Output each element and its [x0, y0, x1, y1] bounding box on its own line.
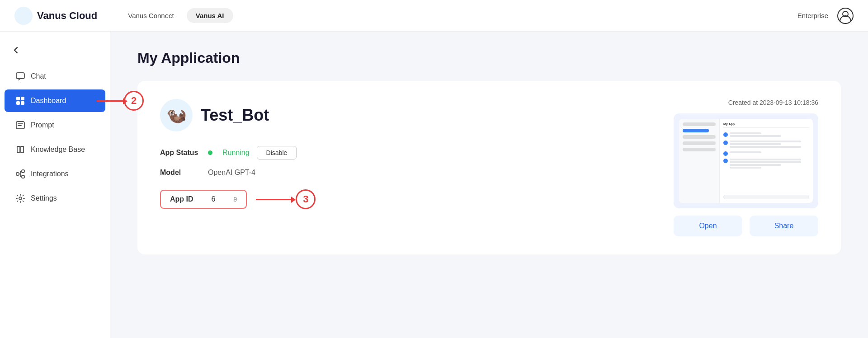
preview-text-4 [730, 159, 809, 169]
sidebar-item-prompt[interactable]: Prompt [5, 114, 105, 136]
svg-rect-6 [21, 97, 24, 100]
share-button[interactable]: Share [750, 216, 818, 236]
nav-right: Enterprise [797, 8, 854, 24]
annotation-3-arrow: 3 [256, 189, 316, 209]
enterprise-label: Enterprise [797, 12, 828, 19]
preview-bubble-2 [723, 141, 809, 149]
logo-area[interactable]: 🦦 Vanus Cloud [14, 7, 97, 25]
user-icon[interactable] [837, 8, 854, 24]
model-label: Model [160, 169, 201, 177]
app-name: Test_Bot [201, 106, 269, 125]
sidebar: Chat Dashboard 2 Prompt [0, 32, 110, 338]
preview-text-2 [730, 141, 809, 149]
preview-avatar-4 [723, 159, 728, 163]
app-id-row: App ID 6 9 3 [160, 186, 646, 209]
annotation-circle-3: 3 [296, 189, 316, 209]
appid-container: App ID 6 9 3 [160, 189, 316, 209]
app-avatar: 🦦 [160, 99, 193, 131]
sidebar-label-prompt: Prompt [31, 121, 54, 129]
preview-sidebar [679, 119, 720, 203]
top-navigation: 🦦 Vanus Cloud Vanus Connect Vanus AI Ent… [0, 0, 868, 32]
sidebar-item-settings[interactable]: Settings [5, 187, 105, 210]
logo-text: Vanus Cloud [37, 10, 97, 22]
preview-sidebar-item-1 [683, 122, 716, 126]
model-value: OpenAI GPT-4 [208, 169, 255, 177]
open-button[interactable]: Open [674, 216, 742, 236]
preview-input-bar [723, 195, 809, 199]
nav-links: Vanus Connect Vanus AI [119, 8, 233, 23]
sidebar-label-knowledge-base: Knowledge Base [31, 146, 85, 154]
svg-rect-4 [16, 73, 24, 79]
appid-box: App ID 6 9 [160, 190, 247, 209]
integrations-icon [15, 169, 25, 179]
preview-inner: My App [679, 119, 813, 203]
sidebar-item-knowledge-base[interactable]: Knowledge Base [5, 138, 105, 161]
preview-avatar-1 [723, 132, 728, 137]
preview-text-3 [730, 151, 809, 154]
settings-icon [15, 193, 25, 203]
preview-bubble-3 [723, 151, 809, 156]
main-layout: Chat Dashboard 2 Prompt [0, 32, 868, 338]
sidebar-item-dashboard[interactable]: Dashboard 2 [5, 89, 105, 112]
svg-rect-9 [16, 122, 24, 129]
back-button[interactable] [0, 41, 110, 64]
svg-rect-8 [21, 101, 24, 105]
status-label: App Status [160, 149, 201, 157]
sidebar-label-integrations: Integrations [31, 170, 69, 178]
svg-rect-10 [16, 173, 19, 175]
main-content: My Application 🦦 Test_Bot App Status Run… [110, 32, 868, 338]
svg-rect-12 [22, 175, 24, 178]
logo-icon: 🦦 [14, 7, 33, 25]
dashboard-annotation-arrow: 2 [97, 91, 144, 111]
svg-rect-7 [16, 101, 20, 105]
app-preview-thumbnail: My App [674, 113, 818, 208]
sidebar-label-settings: Settings [31, 194, 57, 202]
preview-avatar-3 [723, 151, 728, 156]
created-at: Created at 2023-09-13 10:18:36 [674, 99, 818, 106]
appid-extra: 9 [233, 196, 237, 203]
sidebar-item-integrations[interactable]: Integrations [5, 163, 105, 185]
preview-bubble-4 [723, 159, 809, 169]
app-info: 🦦 Test_Bot App Status Running Disable Mo… [160, 99, 646, 218]
prompt-icon [15, 120, 25, 130]
preview-bubble-1 [723, 132, 809, 138]
sidebar-label-dashboard: Dashboard [31, 97, 66, 105]
knowledge-icon [15, 145, 25, 155]
svg-rect-11 [22, 170, 24, 173]
app-right-panel: Created at 2023-09-13 10:18:36 My App [674, 99, 818, 236]
preview-chat-area: My App [720, 119, 813, 203]
preview-sidebar-item-5 [683, 148, 716, 151]
chat-icon [15, 71, 25, 81]
preview-sidebar-item-4 [683, 141, 716, 145]
status-value: Running [222, 149, 250, 157]
app-header: 🦦 Test_Bot [160, 99, 646, 131]
preview-sidebar-item-2 [683, 129, 709, 132]
preview-sidebar-item-3 [683, 135, 716, 139]
dashboard-icon [15, 96, 25, 106]
sidebar-label-chat: Chat [31, 72, 46, 80]
preview-chat-header: My App [723, 122, 809, 128]
svg-point-13 [19, 197, 22, 200]
action-buttons: Open Share [674, 216, 818, 236]
svg-rect-5 [16, 97, 20, 100]
arrow-line-3 [256, 199, 292, 200]
preview-avatar-2 [723, 141, 728, 145]
app-model-row: Model OpenAI GPT-4 [160, 169, 646, 177]
nav-vanus-connect[interactable]: Vanus Connect [119, 8, 183, 23]
status-dot [208, 150, 212, 155]
preview-text-1 [730, 132, 809, 138]
appid-value: 6 [212, 195, 216, 203]
svg-point-0 [14, 7, 33, 25]
sidebar-item-chat[interactable]: Chat [5, 65, 105, 88]
appid-label: App ID [170, 195, 193, 203]
app-status-row: App Status Running Disable [160, 146, 646, 160]
app-card: 🦦 Test_Bot App Status Running Disable Mo… [137, 81, 841, 254]
page-title: My Application [137, 50, 841, 66]
disable-button[interactable]: Disable [257, 146, 297, 160]
app-avatar-emoji: 🦦 [166, 106, 187, 125]
nav-vanus-ai[interactable]: Vanus AI [187, 8, 233, 23]
